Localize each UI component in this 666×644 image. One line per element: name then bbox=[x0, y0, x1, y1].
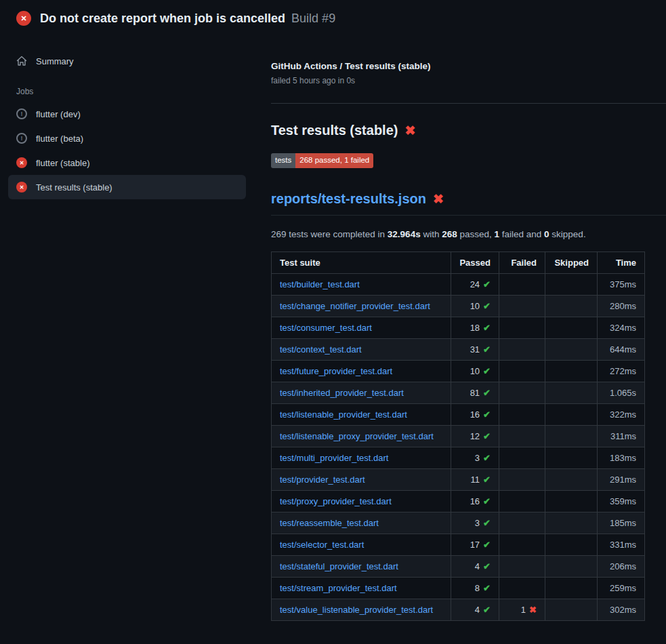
jobs-heading: Jobs bbox=[8, 73, 246, 102]
time-cell: 331ms bbox=[598, 534, 645, 555]
table-row: test/multi_provider_test.dart3✔183ms bbox=[272, 447, 645, 468]
table-row: test/consumer_test.dart18✔324ms bbox=[272, 317, 645, 338]
check-icon: ✔ bbox=[483, 279, 491, 289]
suite-link[interactable]: test/selector_test.dart bbox=[280, 540, 364, 550]
suite-link[interactable]: test/future_provider_test.dart bbox=[280, 366, 392, 376]
table-row: test/reassemble_test.dart3✔185ms bbox=[272, 512, 645, 534]
passed-cell: 8✔ bbox=[451, 577, 499, 599]
count-value: 3 bbox=[475, 518, 480, 528]
table-row: test/listenable_provider_test.dart16✔322… bbox=[272, 403, 645, 425]
check-icon: ✔ bbox=[483, 366, 491, 376]
count-value: 17 bbox=[470, 540, 480, 550]
failed-cell bbox=[499, 468, 545, 490]
passed-cell: 10✔ bbox=[451, 295, 499, 317]
count-value: 8 bbox=[475, 583, 480, 593]
divider bbox=[271, 103, 666, 104]
skipped-cell bbox=[545, 577, 598, 599]
table-row: test/stream_provider_test.dart8✔259ms bbox=[272, 577, 645, 599]
check-icon: ✔ bbox=[483, 561, 491, 571]
passed-cell: 4✔ bbox=[451, 599, 499, 620]
suite-link[interactable]: test/value_listenable_provider_test.dart bbox=[280, 605, 433, 615]
suite-link[interactable]: test/multi_provider_test.dart bbox=[280, 453, 388, 463]
passed-cell: 18✔ bbox=[451, 317, 499, 338]
summary-text: failed and bbox=[499, 229, 544, 239]
check-icon: ✔ bbox=[483, 605, 491, 615]
x-circle-icon: ✕ bbox=[16, 11, 31, 26]
build-number: Build #9 bbox=[291, 12, 335, 26]
time-cell: 324ms bbox=[598, 317, 645, 338]
job-label: flutter (stable) bbox=[36, 158, 89, 168]
sidebar-item-summary[interactable]: Summary bbox=[8, 49, 246, 73]
table-row: test/inherited_provider_test.dart81✔1.06… bbox=[272, 382, 645, 403]
suite-link[interactable]: test/consumer_test.dart bbox=[280, 323, 372, 333]
results-table-body: test/builder_test.dart24✔375mstest/chang… bbox=[272, 273, 645, 620]
count-value: 11 bbox=[471, 475, 480, 485]
passed-cell: 12✔ bbox=[451, 425, 499, 447]
report-link[interactable]: reports/test-results.json bbox=[271, 191, 426, 207]
table-row: test/future_provider_test.dart10✔272ms bbox=[272, 360, 645, 382]
suite-cell: test/stream_provider_test.dart bbox=[272, 577, 451, 599]
summary-text: passed, bbox=[457, 229, 495, 239]
sidebar-job-item[interactable]: ✕Test results (stable) bbox=[8, 175, 246, 199]
check-icon: ✔ bbox=[483, 301, 491, 311]
time-cell: 280ms bbox=[598, 295, 645, 317]
jobs-list: !flutter (dev)!flutter (beta)✕flutter (s… bbox=[8, 102, 246, 199]
summary-line: 269 tests were completed in 32.964s with… bbox=[271, 229, 666, 239]
suite-cell: test/proxy_provider_test.dart bbox=[272, 490, 451, 512]
suite-link[interactable]: test/listenable_proxy_provider_test.dart bbox=[280, 431, 434, 441]
job-label: Test results (stable) bbox=[36, 182, 112, 193]
time-cell: 375ms bbox=[598, 273, 645, 295]
suite-cell: test/listenable_proxy_provider_test.dart bbox=[272, 425, 451, 447]
count-value: 4 bbox=[475, 605, 480, 615]
suite-link[interactable]: test/builder_test.dart bbox=[280, 279, 360, 289]
suite-link[interactable]: test/listenable_provider_test.dart bbox=[280, 409, 407, 420]
x-icon: ✖ bbox=[433, 193, 444, 205]
failed-cell: 1✖ bbox=[499, 599, 545, 620]
check-icon: ✔ bbox=[483, 431, 491, 441]
suite-link[interactable]: test/context_test.dart bbox=[280, 344, 362, 355]
suite-link[interactable]: test/provider_test.dart bbox=[280, 475, 365, 485]
failed-cell bbox=[499, 577, 545, 599]
skipped-cell bbox=[545, 447, 598, 468]
table-row: test/selector_test.dart17✔331ms bbox=[272, 534, 645, 555]
skipped-cell bbox=[545, 360, 598, 382]
suite-link[interactable]: test/stateful_provider_test.dart bbox=[280, 561, 398, 571]
summary-text: 269 tests were completed in bbox=[271, 229, 388, 239]
check-icon: ✔ bbox=[483, 453, 491, 463]
summary-value: 32.964s bbox=[388, 229, 421, 239]
check-icon: ✔ bbox=[483, 475, 491, 485]
section-title: Test results (stable) bbox=[271, 123, 398, 138]
results-table-head-row: Test suitePassedFailedSkippedTime bbox=[272, 251, 645, 273]
suite-link[interactable]: test/proxy_provider_test.dart bbox=[280, 496, 392, 506]
status-badge: tests 268 passed, 1 failed bbox=[271, 153, 373, 168]
suite-link[interactable]: test/inherited_provider_test.dart bbox=[280, 388, 404, 398]
count-value: 1 bbox=[521, 605, 526, 615]
skipped-cell bbox=[545, 468, 598, 490]
suite-link[interactable]: test/reassemble_test.dart bbox=[280, 518, 379, 528]
sidebar-job-item[interactable]: !flutter (dev) bbox=[8, 102, 246, 126]
passed-cell: 24✔ bbox=[451, 273, 499, 295]
check-icon: ✔ bbox=[483, 388, 491, 398]
column-header: Skipped bbox=[545, 251, 598, 273]
time-cell: 183ms bbox=[598, 447, 645, 468]
suite-link[interactable]: test/change_notifier_provider_test.dart bbox=[280, 301, 430, 311]
column-header: Test suite bbox=[272, 251, 451, 273]
time-cell: 644ms bbox=[598, 338, 645, 360]
time-cell: 291ms bbox=[598, 468, 645, 490]
skipped-cell bbox=[545, 425, 598, 447]
suite-link[interactable]: test/stream_provider_test.dart bbox=[280, 583, 397, 593]
check-icon: ✔ bbox=[483, 344, 491, 355]
table-row: test/stateful_provider_test.dart4✔206ms bbox=[272, 555, 645, 577]
x-circle-icon: ✕ bbox=[16, 182, 27, 193]
sidebar-job-item[interactable]: ✕flutter (stable) bbox=[8, 150, 246, 175]
count-value: 18 bbox=[470, 323, 480, 333]
count-value: 10 bbox=[470, 301, 480, 311]
check-icon: ✔ bbox=[483, 496, 491, 506]
count-value: 16 bbox=[470, 409, 480, 420]
passed-cell: 17✔ bbox=[451, 534, 499, 555]
sidebar-job-item[interactable]: !flutter (beta) bbox=[8, 126, 246, 150]
skipped-cell bbox=[545, 512, 598, 534]
table-row: test/builder_test.dart24✔375ms bbox=[272, 273, 645, 295]
time-cell: 272ms bbox=[598, 360, 645, 382]
home-icon bbox=[16, 56, 27, 66]
